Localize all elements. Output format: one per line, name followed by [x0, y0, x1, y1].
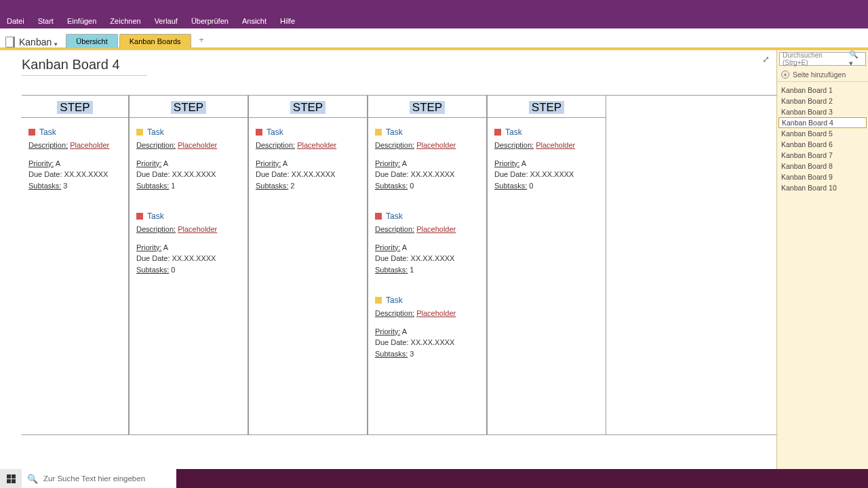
menu-start[interactable]: Start [38, 17, 54, 25]
column-header[interactable]: STEP [22, 96, 128, 117]
task-card[interactable]: TaskDescription: PlaceholderPriority: AD… [28, 126, 121, 191]
plus-icon: + [781, 70, 789, 79]
kanban-board: STEPTaskDescription: PlaceholderPriority… [22, 95, 776, 435]
task-subtasks: Subtasks: 0 [136, 264, 241, 276]
menu-zeichnen[interactable]: Zeichnen [110, 17, 140, 25]
notebook-icon [5, 37, 15, 47]
task-card[interactable]: TaskDescription: PlaceholderPriority: AD… [375, 210, 479, 275]
task-card[interactable]: TaskDescription: PlaceholderPriority: AD… [375, 126, 479, 191]
task-priority: Priority: A [136, 158, 241, 169]
task-title[interactable]: Task [147, 210, 164, 222]
kanban-column: STEPTaskDescription: PlaceholderPriority… [129, 96, 248, 434]
task-title[interactable]: Task [386, 126, 403, 138]
section-tabs-row: Kanban ▾ ÜbersichtKanban Boards + [0, 28, 868, 47]
page-item[interactable]: Kanban Board 6 [777, 139, 868, 150]
search-icon[interactable]: 🔍▾ [849, 50, 863, 68]
task-subtasks: Subtasks: 0 [375, 180, 479, 192]
page-item[interactable]: Kanban Board 4 [778, 117, 867, 128]
notebook-name[interactable]: Kanban [19, 37, 52, 47]
menu-ansicht[interactable]: Ansicht [242, 17, 267, 25]
section-tab[interactable]: Kanban Boards [119, 34, 191, 48]
task-description: Description: Placeholder [28, 140, 121, 151]
pages-panel: Durchsuchen (Strg+E) 🔍▾ + Seite hinzufüg… [776, 50, 868, 488]
task-card[interactable]: TaskDescription: PlaceholderPriority: AD… [494, 126, 599, 191]
task-tag-icon[interactable] [136, 129, 143, 136]
task-due-date: Due Date: XX.XX.XXXX [136, 169, 241, 180]
task-card[interactable]: TaskDescription: PlaceholderPriority: AD… [136, 210, 241, 275]
task-description: Description: Placeholder [494, 140, 599, 151]
task-priority: Priority: A [494, 158, 599, 169]
window-titlebar [0, 0, 868, 14]
task-title[interactable]: Task [267, 126, 283, 138]
task-tag-icon[interactable] [256, 129, 262, 136]
task-title[interactable]: Task [386, 210, 403, 222]
task-subtasks: Subtasks: 3 [28, 180, 121, 192]
column-header[interactable]: STEP [488, 96, 606, 117]
task-due-date: Due Date: XX.XX.XXXX [494, 169, 599, 180]
taskbar-search[interactable]: 🔍 Zur Suche Text hier eingeben [22, 469, 176, 488]
task-title[interactable]: Task [39, 126, 56, 138]
task-tag-icon[interactable] [136, 213, 143, 220]
task-description: Description: Placeholder [256, 140, 360, 151]
task-tag-icon[interactable] [375, 129, 382, 136]
search-input[interactable]: Durchsuchen (Strg+E) 🔍▾ [779, 52, 866, 66]
task-title[interactable]: Task [147, 126, 164, 138]
page-item[interactable]: Kanban Board 7 [777, 150, 868, 161]
task-card[interactable]: TaskDescription: PlaceholderPriority: AD… [136, 126, 241, 191]
add-section-button[interactable]: + [193, 33, 211, 47]
task-subtasks: Subtasks: 2 [256, 180, 360, 192]
task-tag-icon[interactable] [28, 129, 35, 136]
start-button[interactable] [0, 469, 22, 488]
task-subtasks: Subtasks: 1 [375, 264, 479, 276]
kanban-column: STEPTaskDescription: PlaceholderPriority… [22, 96, 129, 434]
page-item[interactable]: Kanban Board 9 [777, 171, 868, 182]
add-page-button[interactable]: + Seite hinzufügen [777, 68, 868, 82]
expand-icon[interactable]: ⤢ [762, 54, 770, 64]
page-item[interactable]: Kanban Board 3 [777, 106, 868, 117]
menu-verlauf[interactable]: Verlauf [155, 17, 178, 25]
column-header[interactable]: STEP [368, 96, 486, 117]
task-title[interactable]: Task [386, 294, 403, 306]
page-item[interactable]: Kanban Board 8 [777, 161, 868, 171]
page-item[interactable]: Kanban Board 5 [777, 128, 868, 139]
task-description: Description: Placeholder [375, 140, 479, 151]
task-priority: Priority: A [256, 158, 360, 169]
menu-überprüfen[interactable]: Überprüfen [191, 17, 229, 25]
kanban-column: STEPTaskDescription: PlaceholderPriority… [248, 96, 368, 434]
kanban-column: STEPTaskDescription: PlaceholderPriority… [487, 96, 606, 434]
task-title[interactable]: Task [505, 126, 522, 138]
section-tab[interactable]: Übersicht [66, 34, 117, 48]
title-underline [22, 75, 147, 76]
task-due-date: Due Date: XX.XX.XXXX [136, 253, 241, 264]
add-page-label: Seite hinzufügen [793, 70, 846, 79]
task-card[interactable]: TaskDescription: PlaceholderPriority: AD… [375, 294, 479, 359]
task-subtasks: Subtasks: 3 [375, 348, 479, 360]
search-icon: 🔍 [27, 474, 38, 484]
task-tag-icon[interactable] [375, 213, 382, 220]
kanban-column: STEPTaskDescription: PlaceholderPriority… [368, 96, 487, 434]
windows-icon [7, 474, 16, 483]
task-description: Description: Placeholder [375, 308, 479, 319]
task-description: Description: Placeholder [375, 224, 479, 235]
page-item[interactable]: Kanban Board 10 [777, 182, 868, 193]
task-due-date: Due Date: XX.XX.XXXX [375, 337, 479, 348]
windows-taskbar: 🔍 Zur Suche Text hier eingeben [0, 469, 868, 488]
menu-einfügen[interactable]: Einfügen [67, 17, 96, 25]
task-tag-icon[interactable] [375, 297, 382, 304]
page-item[interactable]: Kanban Board 1 [777, 85, 868, 96]
taskbar-search-placeholder: Zur Suche Text hier eingeben [43, 474, 145, 483]
page-item[interactable]: Kanban Board 2 [777, 96, 868, 106]
task-description: Description: Placeholder [136, 140, 241, 151]
chevron-down-icon[interactable]: ▾ [54, 41, 58, 47]
page-canvas[interactable]: ⤢ Kanban Board 4 STEPTaskDescription: Pl… [0, 50, 776, 488]
menu-hilfe[interactable]: Hilfe [280, 17, 295, 25]
task-tag-icon[interactable] [494, 129, 501, 136]
column-header[interactable]: STEP [130, 96, 248, 117]
menu-bar: DateiStartEinfügenZeichnenVerlaufÜberprü… [0, 14, 868, 28]
task-card[interactable]: TaskDescription: PlaceholderPriority: AD… [256, 126, 360, 191]
menu-datei[interactable]: Datei [7, 17, 24, 25]
task-priority: Priority: A [375, 158, 479, 169]
column-header[interactable]: STEP [249, 96, 367, 117]
page-title[interactable]: Kanban Board 4 [22, 57, 776, 73]
task-subtasks: Subtasks: 0 [494, 180, 599, 192]
